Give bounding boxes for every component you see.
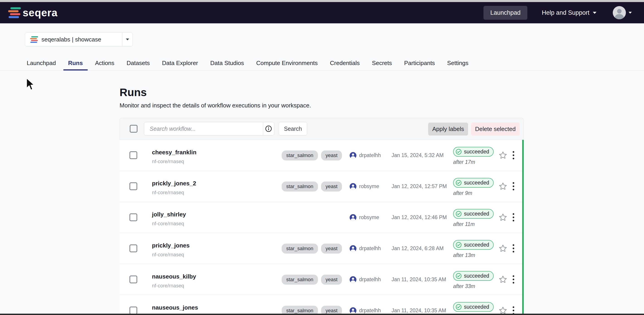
star-icon[interactable] [498,244,507,253]
tab[interactable]: Settings [442,57,473,71]
tab[interactable]: Secrets [367,57,397,71]
run-label-pill[interactable]: yeast [321,182,342,191]
run-row[interactable]: nauseous_kilby nf-core/rnaseq star_salmo… [120,264,524,295]
row-checkbox[interactable] [130,275,137,283]
row-checkbox[interactable] [130,213,137,221]
run-date: Jan 11, 2024, 10:35 AM [392,264,446,295]
status-label: succeeded [464,180,489,186]
tab-label: Credentials [330,60,360,67]
tab[interactable]: Credentials [325,57,364,71]
run-label-pill[interactable]: yeast [321,150,342,160]
launchpad-button[interactable]: Launchpad [484,6,528,20]
run-user: drpatelhh [350,233,381,264]
tab-label: Datasets [126,60,150,67]
status-badge: succeeded [453,147,494,157]
run-name-link[interactable]: jolly_shirley [152,211,186,218]
status-badge: succeeded [453,209,494,219]
seqera-mark-icon [30,36,37,43]
tab[interactable]: Participants [400,57,440,71]
run-row[interactable]: prickly_jones_2 nf-core/rnaseq star_salm… [120,171,524,202]
person-icon [350,152,356,159]
runs-toolbar: Search Apply labels Delete selected [120,118,524,140]
run-name-link[interactable]: prickly_jones [152,242,190,249]
run-status: succeeded after 11m [453,209,494,227]
run-name-block: prickly_jones nf-core/rnaseq [152,242,190,258]
run-label-pill[interactable]: star_salmon [282,182,318,191]
kebab-menu-icon[interactable] [511,275,516,284]
run-row[interactable]: nauseous_jones nf-core/rnaseq star_salmo… [120,295,524,315]
row-checkbox[interactable] [130,306,137,314]
chevron-down-icon [126,39,129,40]
run-row[interactable]: jolly_shirley nf-core/rnaseq robsyme Jan… [120,202,524,233]
person-icon [350,214,356,221]
user-icon [350,214,356,221]
apply-labels-button[interactable]: Apply labels [428,123,468,136]
kebab-menu-icon[interactable] [511,244,516,253]
tab[interactable]: Runs [64,57,88,71]
search-info-button[interactable] [263,122,274,135]
run-label-pill[interactable]: yeast [321,244,342,254]
run-row[interactable]: cheesy_franklin nf-core/rnaseq star_salm… [120,140,524,171]
run-name-link[interactable]: cheesy_franklin [152,149,196,156]
search-box [144,122,274,136]
kebab-menu-icon[interactable] [511,213,516,222]
search-input[interactable] [144,122,263,135]
row-checkbox[interactable] [130,151,137,159]
run-name-link[interactable]: nauseous_jones [152,304,198,311]
run-username: drpatelhh [359,152,381,158]
page-title: Runs [120,87,147,99]
star-icon[interactable] [498,182,507,191]
run-name-link[interactable]: nauseous_kilby [152,273,196,280]
run-label-pill[interactable]: yeast [321,275,342,285]
star-icon[interactable] [498,275,507,284]
tab[interactable]: Launchpad [22,57,61,71]
run-user: robsyme [350,202,379,233]
search-button[interactable]: Search [279,122,307,136]
row-checkbox[interactable] [130,244,137,252]
run-labels: star_salmonyeast [282,295,342,315]
person-icon [613,6,626,19]
check-circle-icon [456,211,462,217]
tab[interactable]: Data Explorer [158,57,203,71]
workspace-selector-dropdown-button[interactable] [122,33,132,46]
seqera-logo[interactable]: seqera [8,7,58,19]
run-labels: star_salmonyeast [282,233,342,264]
status-label: succeeded [464,273,489,279]
run-labels: star_salmonyeast [282,264,342,295]
tab[interactable]: Data Studios [206,57,249,71]
run-labels: star_salmonyeast [282,171,342,202]
run-label-pill[interactable]: star_salmon [282,244,318,254]
star-icon[interactable] [498,213,507,222]
status-badge: succeeded [453,240,494,250]
check-circle-icon [456,273,462,279]
run-row[interactable]: prickly_jones nf-core/rnaseq star_salmon… [120,233,524,264]
run-label-pill[interactable]: star_salmon [282,150,318,160]
row-checkbox[interactable] [130,182,137,190]
delete-selected-button[interactable]: Delete selected [471,123,520,136]
tab[interactable]: Actions [90,57,119,71]
run-pipeline: nf-core/rnaseq [152,221,186,227]
kebab-menu-icon[interactable] [511,151,516,160]
tab-label: Participants [404,60,435,67]
workspace-selector-current[interactable]: seqeralabs | showcase [25,33,122,46]
star-icon[interactable] [498,151,507,160]
status-label: succeeded [464,304,489,310]
tab[interactable]: Compute Environments [251,57,322,71]
chevron-down-icon [593,12,596,14]
bottom-edge-strip [0,314,644,315]
run-label-pill[interactable]: star_salmon [282,275,318,285]
run-pipeline: nf-core/rnaseq [152,283,196,289]
tab-label: Compute Environments [256,60,318,67]
tab[interactable]: Datasets [122,57,155,71]
status-label: succeeded [464,211,489,217]
person-icon [350,245,356,252]
status-label: succeeded [464,242,489,248]
select-all-checkbox[interactable] [130,125,138,133]
run-name-block: jolly_shirley nf-core/rnaseq [152,211,186,227]
user-menu[interactable] [613,6,632,19]
help-and-support-menu[interactable]: Help and Support [542,9,596,16]
help-and-support-label: Help and Support [542,9,590,16]
run-date: Jan 12, 2024, 12:46 PM [392,202,447,233]
kebab-menu-icon[interactable] [511,182,516,191]
run-name-link[interactable]: prickly_jones_2 [152,180,196,187]
